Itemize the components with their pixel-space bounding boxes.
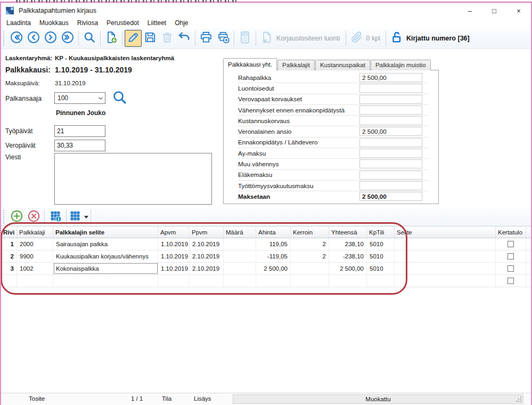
menu-item-laadinta[interactable]: Laadinta: [2, 18, 35, 28]
grid-cell[interactable]: 5010: [367, 250, 395, 262]
delete-row-button[interactable]: [25, 209, 42, 225]
grid-column-header-selite[interactable]: Selite: [395, 226, 496, 238]
tab-palkkakausi-yht-[interactable]: Palkkakausi yht.: [223, 58, 277, 70]
grid-cell[interactable]: 2.10.2019: [190, 250, 224, 262]
lock-open-button[interactable]: [388, 30, 405, 47]
summary-row-value[interactable]: 2 500,00: [359, 192, 422, 201]
minimize-button[interactable]: –: [457, 4, 482, 18]
kertatulo-checkbox[interactable]: [508, 278, 514, 284]
grid-cell[interactable]: [291, 263, 329, 274]
grid-cell[interactable]: [395, 238, 496, 250]
grid-cell[interactable]: -238,10: [329, 250, 367, 262]
kertatulo-checkbox[interactable]: [508, 265, 514, 272]
chevron-down-icon[interactable]: [96, 94, 105, 102]
summary-row-value[interactable]: [359, 95, 422, 104]
grid-cell[interactable]: -119,05: [256, 250, 291, 262]
grid-column-header-yhteens-[interactable]: Yhteensä: [329, 226, 367, 238]
resize-grip[interactable]: [515, 396, 522, 402]
undo-button[interactable]: [176, 30, 193, 47]
summary-row-value[interactable]: [359, 149, 422, 158]
grid-column-header-palkkalajin-selite[interactable]: Palkkalajin selite: [53, 226, 158, 238]
grid-cell[interactable]: [291, 275, 329, 287]
grid-cell[interactable]: [17, 275, 53, 287]
row-info-button[interactable]: [47, 209, 64, 225]
grid-cell[interactable]: [395, 250, 496, 262]
grid-cell[interactable]: 1: [1, 238, 17, 250]
grid-cell[interactable]: 2 500,00: [256, 263, 291, 274]
grid-cell[interactable]: 5010: [367, 263, 395, 274]
print-send-button[interactable]: [215, 30, 232, 47]
veropaivat-input[interactable]: [54, 140, 105, 151]
grid-column-header-kptili[interactable]: KpTili: [367, 226, 395, 238]
grid-cell[interactable]: 238,10: [329, 238, 367, 250]
menu-item-riviosa[interactable]: Riviosa: [73, 18, 102, 28]
grid-cell[interactable]: 2: [1, 250, 17, 262]
toolbar-grip[interactable]: [3, 31, 6, 45]
grid-cell[interactable]: 5010: [367, 238, 395, 250]
new-document-button[interactable]: [103, 30, 120, 47]
grid-cell[interactable]: 1.10.2019: [158, 250, 190, 262]
nav-first-button[interactable]: [8, 30, 25, 47]
menu-item-muokkaus[interactable]: Muokkaus: [35, 18, 73, 28]
grid-column-header-m-r-[interactable]: Määrä: [224, 226, 256, 238]
menu-item-ohje[interactable]: Ohje: [170, 18, 192, 28]
nav-last-button[interactable]: [59, 30, 76, 47]
menu-item-perustiedot[interactable]: Perustiedot: [102, 18, 143, 28]
grid-cell[interactable]: [224, 250, 256, 262]
maximize-button[interactable]: □: [482, 4, 506, 18]
tab-palkkalajit[interactable]: Palkkalajit: [277, 60, 315, 70]
summary-row-value[interactable]: 2 500,00: [359, 73, 422, 82]
grid-cell[interactable]: [395, 275, 496, 287]
grid-column-header-ahinta[interactable]: Ahinta: [256, 226, 291, 238]
summary-row-value[interactable]: [359, 159, 422, 168]
edit-pencil-button[interactable]: [125, 30, 142, 47]
grid-cell[interactable]: [367, 275, 395, 287]
grid-column-header-kerroin[interactable]: Kerroin: [291, 226, 329, 238]
grid-cell[interactable]: [395, 263, 496, 274]
grid-cell[interactable]: [158, 275, 190, 287]
grid-cell[interactable]: [1, 275, 17, 287]
grid-cell[interactable]: 1002: [17, 263, 53, 274]
tab-kustannuspaikat[interactable]: Kustannuspaikat: [315, 60, 370, 70]
grid-column-header-apvm[interactable]: Apvm: [158, 226, 190, 238]
summary-row-value[interactable]: 2 500,00: [359, 127, 422, 136]
grid-cell[interactable]: 1.10.2019: [158, 263, 190, 274]
grid-toolbar-grip[interactable]: [3, 210, 6, 224]
grid-cell[interactable]: 2: [291, 238, 329, 250]
column-settings-button[interactable]: [69, 209, 88, 225]
kertatulo-checkbox[interactable]: [508, 241, 514, 247]
grid-cell[interactable]: Sairausajan palkka: [53, 238, 158, 250]
grid-column-header-rivi[interactable]: Rivi: [1, 226, 17, 238]
add-row-button[interactable]: [8, 209, 25, 225]
grid-cell[interactable]: 3: [1, 263, 17, 274]
grid-cell[interactable]: [329, 275, 367, 287]
summary-row-value[interactable]: [359, 181, 422, 190]
grid-cell[interactable]: 2 500,00: [329, 263, 367, 274]
grid-cell[interactable]: 1.10.2019: [158, 238, 190, 250]
grid-cell[interactable]: [224, 275, 256, 287]
grid-cell[interactable]: 119,05: [256, 238, 291, 250]
grid-column-header-ppvm[interactable]: Ppvm: [190, 226, 224, 238]
summary-row-value[interactable]: [359, 116, 422, 125]
grid-cell[interactable]: 9900: [17, 250, 53, 262]
chevron-down-icon[interactable]: [84, 216, 88, 218]
grid-column-header-kertatulo[interactable]: Kertatulo: [496, 226, 526, 238]
save-button[interactable]: [142, 30, 159, 47]
summary-row-value[interactable]: [359, 106, 422, 115]
grid-cell[interactable]: [256, 275, 291, 287]
print-button[interactable]: [198, 30, 215, 47]
nav-previous-button[interactable]: [25, 30, 42, 47]
nav-next-button[interactable]: [42, 30, 59, 47]
viesti-textarea[interactable]: [54, 153, 212, 205]
search-button[interactable]: [81, 30, 98, 47]
tab-palkkalajin-muistio[interactable]: Palkkalajin muistio: [371, 60, 431, 70]
grid-cell[interactable]: [53, 275, 158, 287]
menu-item-liitteet[interactable]: Liitteet: [143, 18, 170, 28]
palkansaaja-combobox[interactable]: 100: [54, 92, 105, 104]
grid-cell[interactable]: 2.10.2019: [190, 238, 224, 250]
grid-cell[interactable]: Kuukausipalkan korjaus/vähennys: [53, 250, 158, 262]
grid-cell[interactable]: [224, 263, 256, 274]
summary-row-value[interactable]: [359, 84, 422, 93]
grid-cell[interactable]: 2000: [17, 238, 53, 250]
summary-row-value[interactable]: [359, 171, 422, 180]
